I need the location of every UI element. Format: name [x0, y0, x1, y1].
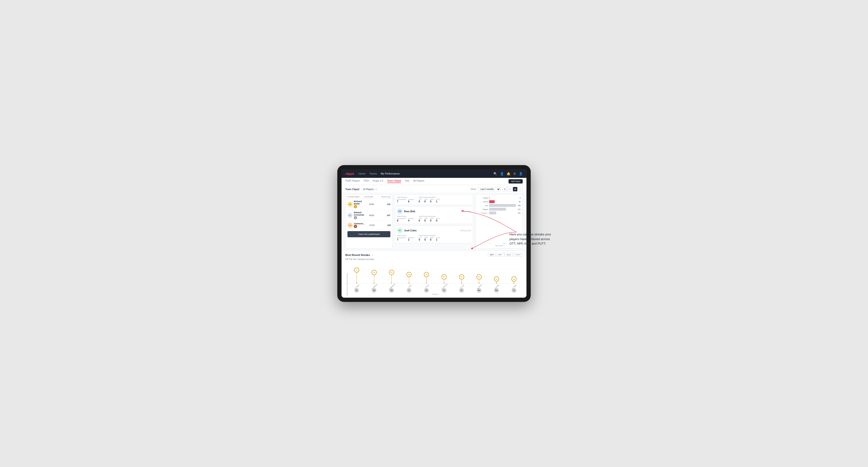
tournament-value-josh: 7 [397, 239, 406, 241]
streaks-subtitle: Off The Tee, Fairway Accuracy [345, 258, 523, 260]
user-avatar-icon[interactable]: 👤 [519, 172, 523, 176]
navbar: clippd Home Teams My Performance 🔍 👤 🔔 ⚙… [342, 169, 526, 178]
streak-dot [356, 283, 357, 283]
streak-line [356, 273, 357, 283]
subnav-pgat[interactable]: PGAT Players [345, 180, 360, 183]
streaks-header: Best Round Streaks ← OTT APP ARG PUTT [345, 253, 523, 257]
period-dropdown[interactable]: Last 3 months Last 6 months Last 12 mont… [478, 187, 500, 191]
show-label: Show [470, 188, 476, 190]
streak-dot [461, 283, 462, 283]
subnav-tour[interactable]: Tour [405, 180, 409, 183]
bogeys-value: 311 [518, 209, 521, 210]
subnav-hcaps[interactable]: Hcaps 1-5 [373, 180, 383, 183]
team-info: Team Clippd | 14 Players ✏ [345, 188, 377, 191]
total-rounds-rees: Total Rounds [397, 216, 414, 217]
table-row[interactable]: RB Richard Butler 1 19/20 110 [346, 199, 392, 210]
practice-value-josh: 2 [408, 239, 414, 241]
ott-label-josh: OTT [418, 237, 422, 239]
streak-line [479, 280, 479, 283]
subnav: PGAT Players PGA Hcaps 1-5 Team Clippd T… [342, 178, 526, 185]
streak-chart-wrapper: Best Streak, Fairway Accuracy 7x6x6x5x5x… [345, 262, 523, 295]
nav-teams[interactable]: Teams [369, 172, 377, 175]
nav-home[interactable]: Home [359, 172, 365, 175]
leaderboard-panel: PLAYER NAME PB SCORE PB AVG SQ RB Richar… [345, 194, 393, 249]
bar-bogeys: Bogeys 311 [478, 208, 521, 211]
subnav-pga[interactable]: PGA [364, 180, 369, 183]
table-row[interactable]: EC Edward Crossman 2 18/20 107 [346, 210, 392, 221]
birdies-value: 96 [519, 201, 521, 203]
practice-stats: OTT 0 APP 0 ARG [418, 198, 440, 203]
pb-avg-2: 107 [379, 214, 390, 217]
card-view-btn[interactable]: ▤ [513, 187, 518, 191]
annotation-text: Here you can see streaks your players ha… [509, 232, 557, 246]
annotation-box: Here you can see streaks your players ha… [509, 232, 557, 246]
app-val-josh: 0 [424, 239, 428, 241]
subnav-all-players[interactable]: All Players [413, 180, 424, 183]
filter-ott[interactable]: OTT [488, 253, 496, 257]
eagles-bar-container [489, 196, 518, 199]
rounds-summary-card: Total Rounds Tournament 7 Practice [395, 194, 473, 205]
player-info-2: EC Edward Crossman 2 [347, 211, 365, 219]
ott-label-top: OTT [418, 198, 422, 200]
arg-label-rees: ARG [430, 218, 434, 219]
players-x-label: Players [348, 293, 523, 295]
avatar-2: EC [347, 213, 352, 218]
putt-label-rees: PUTT [436, 218, 440, 219]
player-count: 14 Players [363, 188, 374, 191]
tournament-label-josh: Tournament [397, 237, 406, 239]
player-card-josh: JC Josh Coles 26 Aug 2023 Total Rounds T… [395, 225, 473, 243]
streak-line [392, 275, 392, 283]
grid-view-btn[interactable]: ⊞ [502, 187, 507, 191]
player-card-header-josh: JC Josh Coles 26 Aug 2023 [397, 228, 471, 233]
putt-val-rees: 0 [436, 219, 440, 222]
player-name-badge-2: Edward Crossman 2 [354, 211, 365, 219]
navbar-actions: 🔍 👤 🔔 ⚙ 👤 [493, 172, 523, 176]
streak-dot [408, 283, 409, 283]
team-header-right: Show Last 3 months Last 6 months Last 12… [470, 187, 523, 191]
table-row[interactable]: CA Cameron... 3 17/20 103 [346, 221, 392, 230]
player-name-3: Cameron... [354, 222, 365, 225]
y-axis-label: Best Streak, Fairway Accuracy [345, 262, 348, 295]
pars-bar-fill [489, 204, 516, 207]
tournament-value: 7 [397, 200, 406, 203]
navbar-links: Home Teams My Performance [359, 172, 493, 175]
streaks-filter-tabs: OTT APP ARG PUTT [488, 253, 523, 257]
nav-my-performance[interactable]: My Performance [381, 172, 400, 175]
add-team-button[interactable]: Add Team [508, 179, 523, 184]
tournament-label: Tournament [397, 198, 406, 200]
subnav-team-clippd[interactable]: Team Clippd [387, 180, 401, 183]
settings-icon[interactable]: ⚙ [513, 172, 516, 176]
player-name-josh: Josh Coles [404, 229, 459, 232]
streak-line [374, 275, 374, 283]
view-leaderboard-button[interactable]: View Full Leaderboard [347, 231, 390, 237]
chart-view-btn[interactable]: ↓ [518, 187, 523, 191]
pa-stats-josh: OTT 0 APP 0 ARG [418, 237, 440, 241]
pars-bar-container [489, 204, 516, 207]
practice-value-rees: 4 [408, 219, 414, 222]
search-icon[interactable]: 🔍 [493, 172, 497, 176]
pb-avg-1: 110 [379, 203, 390, 206]
filter-putt[interactable]: PUTT [514, 253, 523, 257]
ott-val-josh: 0 [418, 239, 422, 241]
list-view-btn[interactable]: ≡ [507, 187, 512, 191]
people-icon[interactable]: 👤 [500, 172, 504, 176]
streak-avatars-row: EEBMDBJCRBECDFMMRBuCQ [348, 288, 523, 293]
bogeys-bar-fill [489, 208, 506, 211]
player-card-rees: RB Rees Britt 02 Sep 2023 Total Rounds T… [395, 206, 473, 224]
col-player-name: PLAYER NAME [347, 196, 365, 198]
player-date-rees: 02 Sep 2023 [460, 210, 471, 213]
team-name: Team Clippd [345, 188, 359, 191]
pb-score-3: 17/20 [365, 224, 379, 226]
bell-icon[interactable]: 🔔 [507, 172, 510, 176]
streak-bubble: 4x [441, 274, 447, 280]
total-rounds-label: Total Rounds [397, 196, 414, 198]
app-label-josh: APP [424, 237, 428, 239]
player-info-1: RB Richard Butler 1 [347, 200, 365, 208]
edit-icon[interactable]: ✏ [375, 188, 377, 191]
filter-app[interactable]: APP [496, 253, 504, 257]
filter-arg[interactable]: ARG [505, 253, 513, 257]
axis-0: 0 [489, 243, 490, 244]
bar-pars: Pars 499 [478, 204, 521, 207]
bar-dbogeys: D.Bogeys + 131 [478, 212, 521, 214]
pb-score-1: 19/20 [365, 203, 379, 206]
